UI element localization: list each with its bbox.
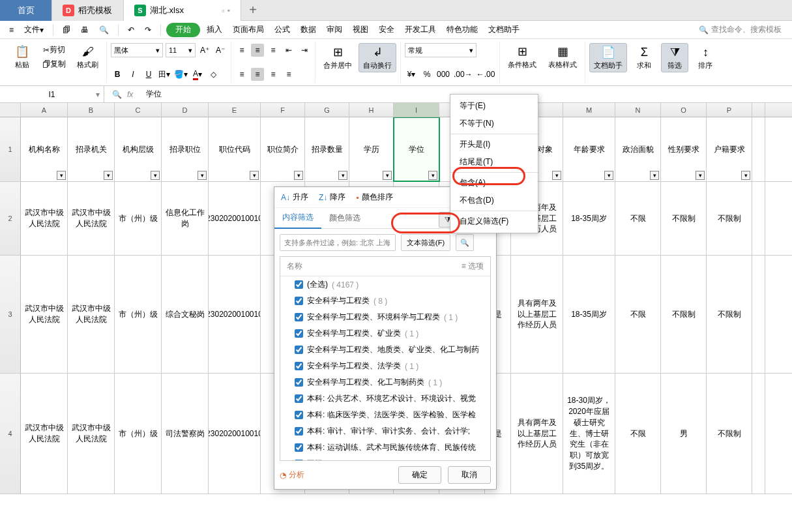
cell[interactable]: 14230202001001003 <box>209 374 261 494</box>
analyze-button[interactable]: ◔分析 <box>280 469 304 480</box>
cell[interactable]: 18-30周岁，2020年应届硕士研究生、博士研究生（非在职）可放宽到35周岁。 <box>563 374 615 494</box>
currency-button[interactable]: ¥▾ <box>405 68 418 81</box>
filter-checkbox[interactable] <box>295 362 303 370</box>
header-D[interactable]: 招录职位▾ <box>162 117 209 181</box>
row-head-1[interactable]: 1 <box>0 117 21 181</box>
tab-data[interactable]: 数据 <box>297 23 320 37</box>
ctx-not-contains[interactable]: 不包含(D) <box>450 192 538 209</box>
cell[interactable]: 14230202001001002 <box>209 256 261 373</box>
tab-home[interactable]: 首页 <box>0 0 52 21</box>
text-filter-select[interactable]: 文本筛选(F) <box>401 234 450 251</box>
filter-button[interactable]: ⧩筛选 <box>661 43 688 72</box>
tab-insert[interactable]: 插入 <box>203 23 226 37</box>
italic-button[interactable]: I <box>126 68 139 81</box>
thousands-button[interactable]: 000 <box>436 68 450 81</box>
filter-item[interactable]: 本科: 运动训练、武术与民族传统体育、民族传统 <box>280 439 490 456</box>
col-Q[interactable] <box>752 103 765 117</box>
copy-button[interactable]: 🗍 复制 <box>39 58 69 71</box>
align-center-button[interactable]: ≡ <box>251 68 264 81</box>
cell[interactable]: 市（州）级 <box>115 256 162 373</box>
list-options-button[interactable]: ≡ 选项 <box>462 261 484 272</box>
cell[interactable]: 武汉市中级人民法院 <box>21 374 68 494</box>
filter-item[interactable]: 安全科学与工程类 ( 8 ) <box>280 293 490 309</box>
filter-item[interactable]: 安全科学与工程类、法学类 ( 1 ) <box>280 358 490 374</box>
format-painter-button[interactable]: 🖌 格式刷 <box>73 43 102 71</box>
filter-arrow-icon[interactable]: ▾ <box>552 171 561 180</box>
filter-item[interactable]: 不限 ( 1387 ) <box>280 456 490 461</box>
cancel-button[interactable]: 取消 <box>448 466 491 484</box>
clear-format-button[interactable]: ◇ <box>207 68 220 81</box>
filter-checkbox[interactable] <box>295 427 303 436</box>
sort-button[interactable]: ↕排序 <box>692 43 718 72</box>
table-style-button[interactable]: ▦表格样式 <box>544 43 581 71</box>
sort-asc-button[interactable]: A↓升序 <box>281 192 308 203</box>
fill-color-button[interactable]: 🪣▾ <box>173 68 188 81</box>
col-A[interactable]: A <box>21 103 68 117</box>
cell[interactable]: 具有两年及以上基层工作经历人员 <box>511 374 563 494</box>
cut-button[interactable]: ✂ 剪切 <box>39 44 69 57</box>
cell[interactable]: 14230202001001001 <box>209 182 261 255</box>
tab-helper[interactable]: 文档助手 <box>484 23 523 37</box>
sort-color-button[interactable]: ▪颜色排序 <box>356 192 392 203</box>
percent-button[interactable]: % <box>420 68 433 81</box>
filter-arrow-icon[interactable]: ▾ <box>650 171 659 180</box>
filter-arrow-icon[interactable]: ▾ <box>198 171 207 180</box>
wrap-text-button[interactable]: ↲自动换行 <box>359 43 396 72</box>
align-middle-button[interactable]: ≡ <box>251 44 264 57</box>
ctx-custom[interactable]: 自定义筛选(F) <box>450 213 538 230</box>
col-N[interactable]: N <box>615 103 661 117</box>
indent-dec-button[interactable]: ⇤ <box>282 44 295 57</box>
filter-arrow-icon[interactable]: ▾ <box>428 171 437 180</box>
filter-item[interactable]: 安全科学与工程类、地质类、矿业类、化工与制药 <box>280 342 490 358</box>
cell[interactable]: 男 <box>661 374 707 494</box>
border-button[interactable]: 田▾ <box>158 68 171 81</box>
filter-arrow-icon[interactable]: ▾ <box>741 171 750 180</box>
cell[interactable]: 不限制 <box>661 182 707 255</box>
col-O[interactable]: O <box>661 103 707 117</box>
tab-review[interactable]: 审阅 <box>323 23 346 37</box>
col-D[interactable]: D <box>162 103 209 117</box>
filter-tab-content[interactable]: 内容筛选 <box>274 208 321 229</box>
col-M[interactable]: M <box>563 103 615 117</box>
command-search[interactable]: 🔍 查找命令、搜索模板 <box>694 24 787 35</box>
filter-item[interactable]: 本科: 临床医学类、法医学类、医学检验、医学检 <box>280 407 490 423</box>
font-select[interactable]: 黑体▾ <box>111 43 163 57</box>
cell[interactable]: 司法警察岗 <box>162 374 209 494</box>
tab-formula[interactable]: 公式 <box>271 23 294 37</box>
align-bottom-button[interactable]: ≡ <box>267 44 280 57</box>
file-menu[interactable]: 文件 ▾ <box>20 23 48 37</box>
filter-checkbox[interactable] <box>295 329 303 338</box>
tab-special[interactable]: 特色功能 <box>443 23 482 37</box>
filter-arrow-icon[interactable]: ▾ <box>104 171 113 180</box>
filter-checkbox[interactable] <box>295 443 303 452</box>
new-tab-button[interactable]: + <box>241 0 265 20</box>
tab-document[interactable]: S 湖北.xlsx ▫ • <box>124 0 241 21</box>
number-format-select[interactable]: 常规▾ <box>405 43 477 57</box>
filter-checkbox[interactable] <box>295 346 303 354</box>
tab-start[interactable]: 开始 <box>166 23 200 37</box>
cond-format-button[interactable]: ⊞条件格式 <box>504 43 540 71</box>
cell[interactable]: 不限制 <box>707 182 752 255</box>
cell[interactable]: 具有两年及以上基层工作经历人员 <box>511 256 563 373</box>
cell[interactable]: 不限 <box>615 182 661 255</box>
cell[interactable]: 综合文秘岗 <box>162 256 209 373</box>
col-C[interactable]: C <box>115 103 162 117</box>
cell[interactable]: 武汉市中级人民法院 <box>68 256 115 373</box>
filter-arrow-icon[interactable]: ▾ <box>151 171 160 180</box>
header-E[interactable]: 职位代码▾ <box>209 117 261 181</box>
filter-item[interactable]: 本科: 审计、审计学、审计实务、会计、会计学; <box>280 423 490 439</box>
preview-icon[interactable]: 🔍 <box>95 23 113 37</box>
chevron-down-icon[interactable]: ▾ <box>96 90 100 99</box>
filter-search-input[interactable] <box>280 234 396 251</box>
filter-checkbox[interactable] <box>295 411 303 419</box>
header-O[interactable]: 性别要求▾ <box>661 117 707 181</box>
cell[interactable]: 不限制 <box>707 256 752 373</box>
cell[interactable]: 武汉市中级人民法院 <box>21 182 68 255</box>
merge-center-button[interactable]: ⊞合并居中 <box>319 43 356 72</box>
filter-checkbox[interactable] <box>295 280 303 289</box>
filter-arrow-icon[interactable]: ▾ <box>696 171 705 180</box>
name-box[interactable]: ▾ <box>0 86 104 102</box>
header-B[interactable]: 招录机关▾ <box>68 117 115 181</box>
header-P[interactable]: 户籍要求▾ <box>707 117 752 181</box>
font-size-select[interactable]: 11▾ <box>166 43 196 57</box>
